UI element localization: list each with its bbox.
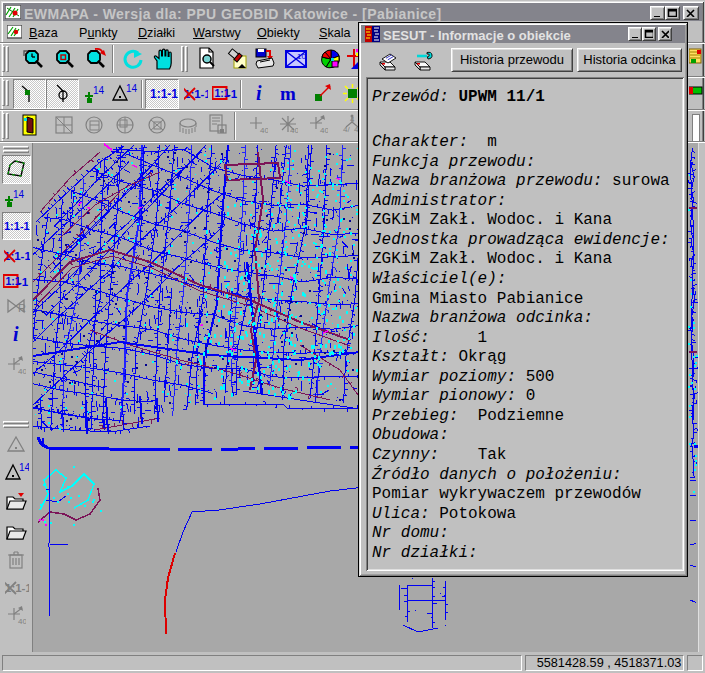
svg-text:40: 40	[320, 126, 328, 135]
svg-text:1:1-1: 1:1-1	[184, 88, 208, 100]
svg-text:14: 14	[93, 85, 105, 96]
svg-text:40: 40	[290, 126, 298, 135]
svg-text:-1: -1	[18, 276, 29, 288]
svg-text:R: R	[18, 302, 26, 314]
svg-text:14: 14	[13, 189, 25, 200]
svg-text:4/: 4/	[343, 125, 350, 134]
svg-text:40: 40	[18, 367, 26, 376]
svg-text:40: 40	[18, 617, 26, 626]
svg-text:m: m	[280, 84, 296, 104]
svg-text:14: 14	[19, 462, 29, 473]
svg-text:i: i	[256, 83, 262, 104]
svg-text:-1: -1	[227, 88, 238, 100]
svg-text:4: 4	[350, 115, 355, 124]
svg-text:1:1-1: 1:1-1	[5, 582, 29, 594]
svg-text:40: 40	[260, 126, 268, 135]
svg-text:10: 10	[297, 52, 306, 61]
svg-text:i: i	[13, 324, 19, 345]
svg-text:14: 14	[126, 83, 138, 94]
